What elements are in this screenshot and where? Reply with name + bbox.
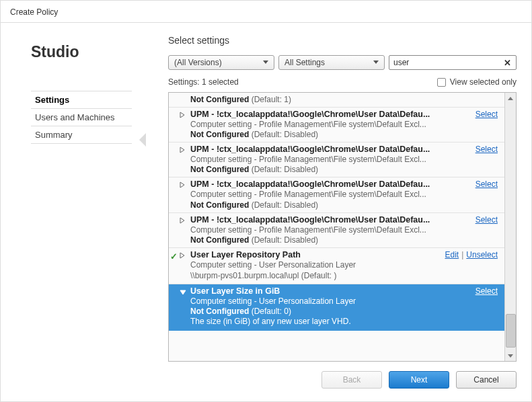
settings-dropdown-label: All Settings <box>284 58 325 67</box>
settings-count: Settings: 1 selected <box>168 77 239 87</box>
select-link[interactable]: Select <box>476 179 498 189</box>
triangle-right-icon <box>180 146 185 155</box>
window-title: Create Policy <box>1 1 531 23</box>
item-sub: Computer setting - User Personalization … <box>190 259 498 270</box>
chevron-down-icon <box>373 61 379 65</box>
settings-list-wrap: Not Configured (Default: 1) UPM - !ctx_l… <box>168 92 517 362</box>
wizard-steps: Settings Users and Machines Summary <box>31 91 132 144</box>
item-title: UPM - !ctx_localappdata!\Google\Chrome\U… <box>190 179 430 189</box>
settings-dropdown[interactable]: All Settings <box>278 55 385 70</box>
list-item[interactable]: UPM - !ctx_localappdata!\Google\Chrome\U… <box>169 143 504 177</box>
filter-row: Settings: 1 selected View selected only <box>168 77 517 87</box>
studio-title: Studio <box>31 43 132 61</box>
controls-row: (All Versions) All Settings ✕ <box>168 55 517 70</box>
item-title: UPM - !ctx_localappdata!\Google\Chrome\U… <box>190 215 430 225</box>
wizard-step-summary[interactable]: Summary <box>31 126 132 144</box>
select-link[interactable]: Select <box>476 215 498 225</box>
select-link[interactable]: Select <box>476 286 498 296</box>
scrollbar[interactable] <box>504 93 516 361</box>
checkmark-icon: ✓ <box>170 251 178 262</box>
scroll-thumb[interactable] <box>506 314 516 348</box>
item-title: UPM - !ctx_localappdata!\Google\Chrome\U… <box>190 110 430 119</box>
settings-list: Not Configured (Default: 1) UPM - !ctx_l… <box>169 93 504 361</box>
triangle-right-icon <box>180 111 185 120</box>
search-input[interactable] <box>393 56 502 69</box>
sidebar: Studio Settings Users and Machines Summa… <box>1 23 145 398</box>
content: Studio Settings Users and Machines Summa… <box>1 23 531 398</box>
back-button: Back <box>321 371 382 389</box>
item-desc: The size (in GiB) of any new user layer … <box>190 316 498 327</box>
view-selected-only[interactable]: View selected only <box>437 77 517 87</box>
versions-dropdown[interactable]: (All Versions) <box>168 55 274 70</box>
versions-dropdown-label: (All Versions) <box>174 58 222 67</box>
search-input-wrap[interactable]: ✕ <box>389 55 517 70</box>
settings-count-value: 1 selected <box>202 77 239 87</box>
list-item[interactable]: User Layer Size in GiB Select Computer s… <box>169 284 504 330</box>
item-sub: Computer setting - User Personalization … <box>190 296 498 307</box>
unselect-link[interactable]: Unselect <box>466 250 498 259</box>
list-item[interactable]: UPM - !ctx_localappdata!\Google\Chrome\U… <box>169 213 504 248</box>
scroll-down-icon[interactable] <box>505 350 516 361</box>
item-value: \\burpm-pvs01.burpm.local\upl (Default: … <box>190 270 498 281</box>
triangle-right-icon <box>180 251 185 261</box>
settings-count-label: Settings: <box>168 77 200 87</box>
select-link[interactable]: Select <box>476 110 498 119</box>
list-item[interactable]: Not Configured (Default: 1) <box>169 93 504 108</box>
checkbox-icon[interactable] <box>437 78 446 87</box>
edit-link[interactable]: Edit <box>445 250 459 259</box>
wizard-step-settings[interactable]: Settings <box>31 91 132 109</box>
item-sub: Computer setting - Profile Management\Fi… <box>190 189 498 200</box>
scroll-up-icon[interactable] <box>505 93 516 104</box>
button-row: Back Next Cancel <box>168 371 517 389</box>
view-selected-label: View selected only <box>450 77 517 87</box>
chevron-down-icon <box>263 61 268 65</box>
select-link[interactable]: Select <box>476 145 498 154</box>
item-title: User Layer Repository Path <box>190 250 301 259</box>
page-title: Select settings <box>168 35 517 46</box>
list-item[interactable]: UPM - !ctx_localappdata!\Google\Chrome\U… <box>169 177 504 212</box>
item-sub: Computer setting - Profile Management\Fi… <box>190 154 498 165</box>
list-item[interactable]: ✓ User Layer Repository Path Edit|Unsele… <box>169 248 504 284</box>
wizard-step-users-machines[interactable]: Users and Machines <box>31 109 132 126</box>
triangle-right-icon <box>180 181 185 190</box>
item-title: User Layer Size in GiB <box>190 286 280 296</box>
clear-icon[interactable]: ✕ <box>502 58 512 67</box>
step-indicator-icon <box>139 133 146 147</box>
item-title: UPM - !ctx_localappdata!\Google\Chrome\U… <box>190 145 430 154</box>
next-button[interactable]: Next <box>389 371 449 389</box>
cancel-button[interactable]: Cancel <box>456 371 517 389</box>
list-item[interactable]: UPM - !ctx_localappdata!\Google\Chrome\U… <box>169 108 504 143</box>
item-sub: Computer setting - Profile Management\Fi… <box>190 119 498 130</box>
item-sub: Computer setting - Profile Management\Fi… <box>190 225 498 235</box>
triangle-right-icon <box>180 216 185 226</box>
main-panel: Select settings (All Versions) All Setti… <box>145 23 531 398</box>
triangle-down-icon <box>180 288 186 297</box>
